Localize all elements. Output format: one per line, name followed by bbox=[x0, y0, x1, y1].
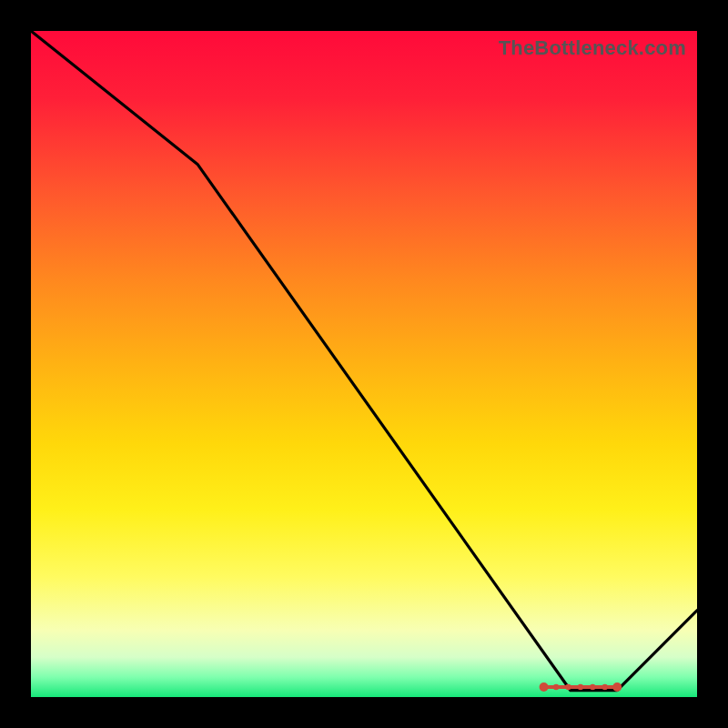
marker-dot bbox=[612, 682, 622, 692]
marker-dot bbox=[590, 684, 595, 690]
chart-frame: TheBottleneck.com bbox=[0, 0, 728, 728]
marker-dot bbox=[540, 682, 549, 692]
bottleneck-curve-line bbox=[31, 31, 697, 691]
marker-dot bbox=[553, 684, 559, 690]
marker-dot bbox=[578, 684, 583, 690]
marker-dot bbox=[602, 684, 608, 690]
marker-dot bbox=[565, 684, 571, 690]
chart-svg bbox=[31, 31, 697, 697]
plot-area: TheBottleneck.com bbox=[31, 31, 697, 697]
